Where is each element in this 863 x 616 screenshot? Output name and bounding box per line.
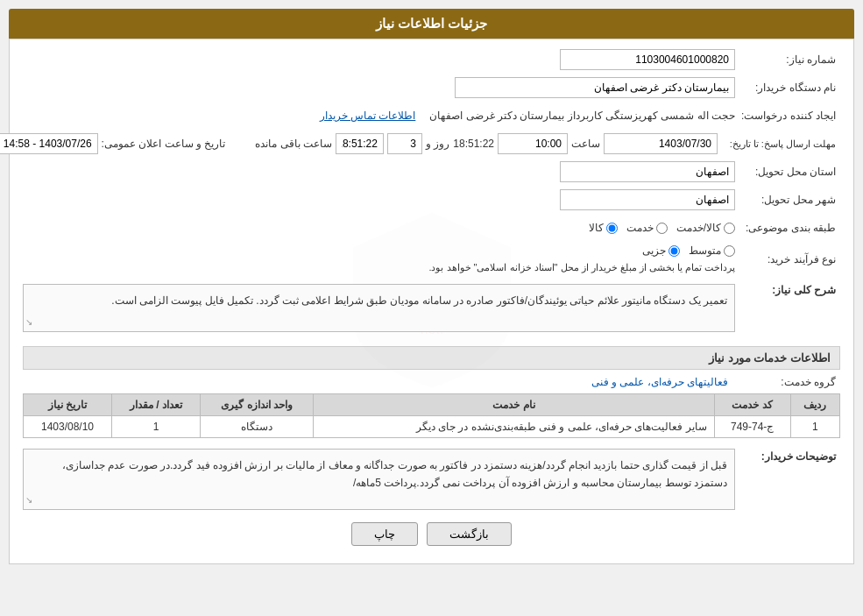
header-bar: جزئیات اطلاعات نیاز bbox=[9, 9, 854, 39]
cell-service-code: ج-74-749 bbox=[714, 416, 790, 438]
city-input[interactable] bbox=[560, 189, 735, 210]
purchase-type-label: نوع فرآیند خرید: bbox=[735, 253, 840, 266]
purchase-option-medium[interactable]: متوسط bbox=[689, 244, 735, 257]
category-radio-goods[interactable] bbox=[606, 223, 618, 234]
category-radio-group: کالا/خدمت خدمت کالا bbox=[589, 222, 735, 234]
cell-unit: دستگاه bbox=[200, 416, 313, 438]
deadline-label: مهلت ارسال پاسخ: تا تاریخ: bbox=[718, 138, 840, 150]
description-label: شرح کلی نیاز: bbox=[735, 279, 840, 296]
city-label: شهر محل تحویل: bbox=[735, 194, 840, 206]
remaining-counter-input[interactable] bbox=[336, 133, 384, 154]
category-option-service-goods[interactable]: کالا/خدمت bbox=[676, 222, 735, 234]
buyer-notes-label: توضیحات خریدار: bbox=[735, 445, 840, 463]
description-section-row: شرح کلی نیاز: تعمیر یک دستگاه مانیتور عل… bbox=[23, 279, 840, 337]
services-group-label: گروه خدمت: bbox=[735, 376, 840, 388]
col-header-service-name: نام خدمت bbox=[314, 394, 714, 416]
purchase-option-minor[interactable]: جزیی bbox=[642, 244, 680, 257]
bottom-buttons: بازگشت چاپ bbox=[23, 522, 840, 555]
deadline-date-input[interactable] bbox=[604, 133, 718, 154]
city-row: شهر محل تحویل: bbox=[23, 188, 840, 211]
col-header-unit: واحد اندازه گیری bbox=[200, 394, 313, 416]
cell-row-num: 1 bbox=[790, 416, 839, 438]
need-number-input[interactable] bbox=[560, 49, 735, 70]
deadline-time-input[interactable] bbox=[498, 133, 568, 154]
remaining-label: روز و bbox=[426, 138, 449, 150]
purchase-note: پرداخت تمام یا بخشی از مبلغ خریدار از مح… bbox=[428, 262, 735, 273]
category-row: طبقه بندی موضوعی: کالا/خدمت خدمت کالا bbox=[23, 216, 840, 239]
buyer-notes-text: قبل از قیمت گذاری حتما بازدید انجام گردد… bbox=[62, 459, 727, 489]
category-radio-service[interactable] bbox=[656, 223, 668, 234]
creator-label: ایجاد کننده درخواست: bbox=[735, 110, 840, 122]
col-header-service-code: کد خدمت bbox=[714, 394, 790, 416]
services-section-header: اطلاعات خدمات مورد نیاز bbox=[23, 346, 840, 370]
purchase-radio-medium[interactable] bbox=[724, 245, 735, 257]
resize-icon: ↘ bbox=[25, 315, 32, 329]
buyer-notes-row: توضیحات خریدار: قبل از قیمت گذاری حتما ب… bbox=[23, 445, 840, 513]
category-radio-service-goods[interactable] bbox=[724, 223, 735, 234]
services-section-label: اطلاعات خدمات مورد نیاز bbox=[709, 351, 831, 365]
province-row: استان محل تحویل: bbox=[23, 160, 840, 183]
print-button[interactable]: چاپ bbox=[351, 522, 418, 546]
buyer-row: نام دستگاه خریدار: document.addEventList… bbox=[23, 76, 840, 99]
province-input[interactable] bbox=[560, 161, 735, 182]
table-header-row: ردیف کد خدمت نام خدمت واحد اندازه گیری ت… bbox=[24, 394, 840, 416]
cell-service-name: سایر فعالیت‌های حرفه‌ای، علمی و فنی طبقه… bbox=[314, 416, 714, 438]
creator-value: حجت اله شمسی کهریزستگی کاربرداز بیمارستا… bbox=[429, 110, 735, 122]
services-group-row: گروه خدمت: فعالیتهای حرفه‌ای، علمی و فنی bbox=[23, 375, 840, 388]
need-number-label: شماره نیاز: bbox=[735, 53, 840, 66]
purchase-type-row: نوع فرآیند خرید: متوسط جزیی پرداخت تمام … bbox=[23, 244, 840, 273]
services-group-link[interactable]: فعالیتهای حرفه‌ای، علمی و فنی bbox=[591, 376, 728, 388]
creator-row: ایجاد کننده درخواست: حجت اله شمسی کهریزس… bbox=[23, 104, 840, 127]
announcement-label: تاریخ و ساعت اعلان عمومی: bbox=[102, 138, 226, 150]
remaining-days-input[interactable] bbox=[387, 133, 422, 154]
buyer-label: نام دستگاه خریدار: bbox=[735, 81, 840, 94]
cell-quantity: 1 bbox=[112, 416, 201, 438]
category-label: طبقه بندی موضوعی: bbox=[735, 222, 840, 234]
buyer-notes-resize-icon: ↘ bbox=[25, 492, 32, 507]
category-option-service[interactable]: خدمت bbox=[626, 222, 668, 234]
remaining-suffix: ساعت باقی مانده bbox=[255, 138, 332, 150]
need-number-row: شماره نیاز: bbox=[23, 48, 840, 71]
back-button[interactable]: بازگشت bbox=[427, 522, 512, 546]
table-row: 1 ج-74-749 سایر فعالیت‌های حرفه‌ای، علمی… bbox=[24, 416, 840, 438]
purchase-type-radio-group: متوسط جزیی bbox=[642, 244, 735, 257]
description-text: تعمیر یک دستگاه مانیتور علائم حیاتی یوئی… bbox=[111, 294, 727, 307]
col-header-date: تاریخ نیاز bbox=[24, 394, 112, 416]
services-table: ردیف کد خدمت نام خدمت واحد اندازه گیری ت… bbox=[23, 393, 840, 438]
buyer-notes-box: قبل از قیمت گذاری حتما بازدید انجام گردد… bbox=[23, 449, 735, 510]
announcement-input[interactable] bbox=[0, 133, 98, 154]
purchase-radio-minor[interactable] bbox=[668, 245, 680, 257]
page-title: جزئیات اطلاعات نیاز bbox=[376, 16, 487, 31]
dates-row: مهلت ارسال پاسخ: تا تاریخ: ساعت 18:51:22… bbox=[23, 132, 840, 155]
remaining-time-display: 18:51:22 bbox=[453, 138, 494, 150]
description-box: تعمیر یک دستگاه مانیتور علائم حیاتی یوئی… bbox=[23, 284, 735, 332]
category-option-goods[interactable]: کالا bbox=[589, 222, 618, 234]
cell-date: 1403/08/10 bbox=[24, 416, 112, 438]
contact-link[interactable]: اطلاعات تماس خریدار bbox=[320, 110, 416, 122]
col-header-row-num: ردیف bbox=[790, 394, 839, 416]
col-header-quantity: تعداد / مقدار bbox=[112, 394, 201, 416]
province-label: استان محل تحویل: bbox=[735, 166, 840, 178]
time-label: ساعت bbox=[571, 138, 600, 150]
buyer-input[interactable] bbox=[455, 77, 735, 98]
